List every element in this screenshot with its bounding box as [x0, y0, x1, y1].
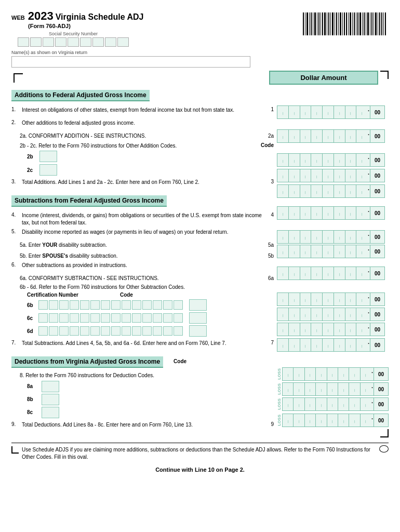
amount-line-2c[interactable]: ╷ ╷ ╷ ╷ ╷ ╷ ╷ ╷ . 00	[277, 169, 385, 182]
cert-box-6c-11[interactable]	[142, 313, 152, 323]
cert-box-6b-14[interactable]	[174, 300, 183, 310]
ssn-box-2[interactable]	[30, 37, 42, 47]
line-6c-cert-boxes	[38, 313, 183, 323]
amount-line-1[interactable]: ╷ ╷ ╷ ╷ ╷ ╷ ╷ ╷ . 00	[277, 105, 385, 119]
svg-rect-18	[338, 12, 339, 35]
amount-line-5a[interactable]: ╷ ╷ ╷ ╷ ╷ ╷ ╷ ╷ . 00	[277, 230, 385, 244]
cert-box-6c-8[interactable]	[111, 313, 121, 323]
cert-box-6b-13[interactable]	[163, 300, 172, 310]
cert-box-6d-9[interactable]	[122, 326, 131, 336]
ssn-box-7[interactable]	[92, 37, 104, 47]
line-6b-code-input[interactable]	[189, 299, 207, 311]
cert-box-6b-4[interactable]	[70, 300, 79, 310]
amount-line-6d[interactable]: ╷ ╷ ╷ ╷ ╷ ╷ ╷ ╷ . 00	[277, 323, 385, 336]
cert-box-6b-6[interactable]	[90, 300, 100, 310]
amount-line-2a[interactable]: ╷ ╷ ╷ ╷ ╷ ╷ ╷ ╷ . 00	[277, 129, 385, 143]
cert-box-6c-2[interactable]	[49, 313, 58, 323]
line-6-num: 6.	[11, 261, 20, 268]
line-8c-code-input[interactable]	[42, 407, 59, 418]
cert-box-6c-4[interactable]	[70, 313, 79, 323]
line-9-num: 9.	[11, 420, 20, 427]
amount-line-6b[interactable]: ╷ ╷ ╷ ╷ ╷ ╷ ╷ ╷ . 00	[277, 292, 385, 306]
cert-box-6b-3[interactable]	[59, 300, 69, 310]
svg-rect-30	[362, 12, 363, 35]
continue-line: Continue with Line 10 on Page 2.	[11, 467, 389, 473]
svg-rect-4	[311, 12, 312, 35]
line-6a-text: 6a. CONFORMITY SUBTRACTION - SEE INSTRUC…	[20, 274, 266, 282]
cert-box-6b-1[interactable]	[38, 300, 48, 310]
cert-box-6d-7[interactable]	[101, 326, 110, 336]
cert-box-6d-5[interactable]	[80, 326, 89, 336]
cert-box-6c-9[interactable]	[122, 313, 131, 323]
cents-2a: 00	[370, 130, 384, 142]
cert-box-6c-7[interactable]	[101, 313, 110, 323]
cert-box-6d-3[interactable]	[59, 326, 69, 336]
amount-line-3[interactable]: ╷ ╷ ╷ ╷ ╷ ╷ ╷ ╷ . 00	[277, 184, 385, 198]
cert-box-6c-12[interactable]	[153, 313, 162, 323]
line-2b-code-input[interactable]	[39, 151, 57, 162]
svg-rect-37	[375, 12, 377, 35]
ssn-box-3[interactable]	[43, 37, 54, 47]
cert-box-6d-2[interactable]	[49, 326, 58, 336]
cert-box-6b-9[interactable]	[122, 300, 131, 310]
name-input[interactable]	[11, 56, 250, 68]
amount-line-5b[interactable]: ╷ ╷ ╷ ╷ ╷ ╷ ╷ ╷ . 00	[277, 245, 385, 258]
line-4-ref: 4	[271, 211, 274, 218]
line-1-ref: 1	[271, 105, 274, 112]
ssn-box-5[interactable]	[68, 37, 79, 47]
line-2c-code-input[interactable]	[39, 164, 57, 176]
line-6d-code-input[interactable]	[189, 325, 207, 337]
cert-box-6b-11[interactable]	[142, 300, 152, 310]
line-8b-code-input[interactable]	[42, 394, 59, 405]
cert-box-6c-14[interactable]	[174, 313, 183, 323]
amount-line-7[interactable]: ╷ ╷ ╷ ╷ ╷ ╷ ╷ ╷ . 00	[277, 338, 385, 352]
footer-oval[interactable]	[379, 445, 389, 453]
cert-box-6d-10[interactable]	[132, 326, 141, 336]
ssn-box-6[interactable]	[80, 37, 91, 47]
cert-box-6d-14[interactable]	[174, 326, 183, 336]
cert-box-6b-7[interactable]	[101, 300, 110, 310]
amount-line-8c[interactable]: ╷ ╷ ╷ ╷ ╷ ╷ ╷ ╷ . 00	[282, 397, 389, 411]
amount-line-6c[interactable]: ╷ ╷ ╷ ╷ ╷ ╷ ╷ ╷ . 00	[277, 308, 385, 321]
cert-box-6b-10[interactable]	[132, 300, 141, 310]
line-6c-code-input[interactable]	[189, 312, 207, 324]
cert-box-6d-8[interactable]	[111, 326, 121, 336]
svg-rect-14	[330, 12, 331, 35]
cert-box-6b-12[interactable]	[153, 300, 162, 310]
ssn-box-4[interactable]	[55, 37, 66, 47]
line-8a-code-input[interactable]	[42, 381, 59, 392]
cert-box-6d-6[interactable]	[90, 326, 100, 336]
line-3-ref: 3	[271, 178, 274, 184]
cert-box-6c-6[interactable]	[90, 313, 100, 323]
amount-line-8a[interactable]: ╷ ╷ ╷ ╷ ╷ ╷ ╷ ╷ . 00	[282, 367, 389, 381]
cert-box-6d-11[interactable]	[142, 326, 152, 336]
cert-box-6d-4[interactable]	[70, 326, 79, 336]
amount-line-8b[interactable]: ╷ ╷ ╷ ╷ ╷ ╷ ╷ ╷ . 00	[282, 382, 389, 396]
ssn-box-9[interactable]	[117, 37, 129, 47]
amount-line-9[interactable]: ╷ ╷ ╷ ╷ ╷ ╷ ╷ ╷ . 00	[282, 414, 389, 427]
cert-box-6d-12[interactable]	[153, 326, 162, 336]
cert-box-6c-3[interactable]	[59, 313, 69, 323]
cert-box-6c-13[interactable]	[163, 313, 172, 323]
cert-box-6c-10[interactable]	[132, 313, 141, 323]
svg-rect-2	[306, 12, 308, 35]
amount-line-2b[interactable]: ╷ ╷ ╷ ╷ ╷ ╷ ╷ ╷ . 00	[277, 153, 385, 167]
line-6b-label: 6b	[27, 302, 36, 308]
amount-line-4[interactable]: ╷ ╷ ╷ ╷ ╷ ╷ ╷ ╷ . 00	[277, 206, 385, 220]
dollar-amount-header: Dollar Amount	[269, 71, 378, 85]
svg-rect-27	[356, 12, 356, 35]
cert-box-6c-5[interactable]	[80, 313, 89, 323]
cert-box-6d-1[interactable]	[38, 326, 48, 336]
ssn-box-8[interactable]	[105, 37, 116, 47]
cert-box-6b-8[interactable]	[111, 300, 121, 310]
cert-box-6d-13[interactable]	[163, 326, 172, 336]
svg-rect-20	[342, 12, 343, 35]
ssn-boxes	[18, 37, 129, 47]
cert-box-6b-5[interactable]	[80, 300, 89, 310]
ssn-box-1[interactable]	[18, 37, 29, 47]
svg-rect-7	[317, 12, 317, 35]
cert-box-6b-2[interactable]	[49, 300, 58, 310]
code-label-6b: Code	[120, 292, 133, 298]
amount-line-6a[interactable]: ╷ ╷ ╷ ╷ ╷ ╷ ╷ ╷ . 00	[277, 267, 385, 280]
cert-box-6c-1[interactable]	[38, 313, 48, 323]
